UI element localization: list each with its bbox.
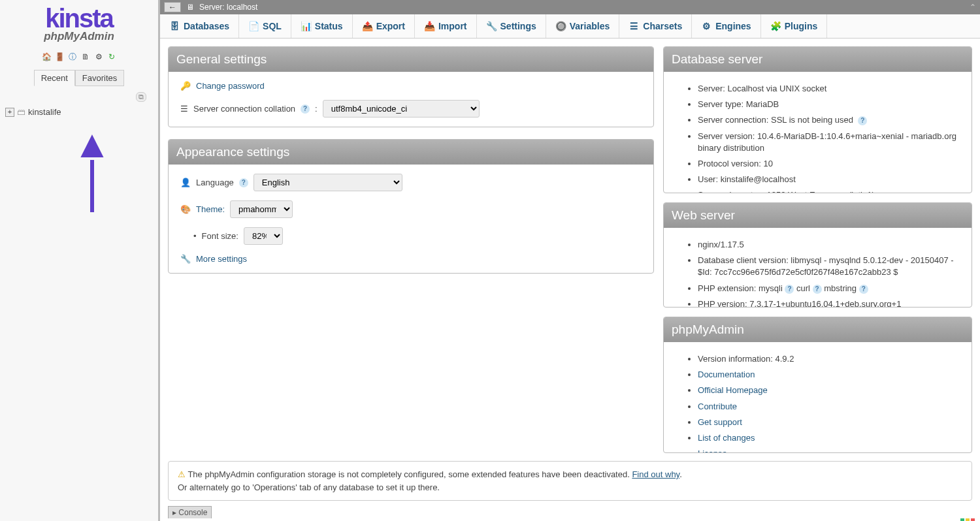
sidebar: kinsta phpMyAdmin 🏠 🚪 ⓘ 🗎 ⚙ ↻ Recent Fav… <box>0 0 160 521</box>
panel-title: General settings <box>169 47 653 72</box>
help-icon[interactable]: ? <box>239 178 248 187</box>
theme-select[interactable]: pmahomme <box>230 200 293 218</box>
info-item: Version information: 4.9.2 <box>698 351 960 367</box>
tab-plugins[interactable]: 🧩Plugins <box>761 14 828 38</box>
sql-tab-icon: 📄 <box>248 21 259 31</box>
settings-icon[interactable]: ⚙ <box>93 52 104 62</box>
panel-title: Appearance settings <box>169 140 653 165</box>
engines-icon: ⚙ <box>701 21 711 31</box>
variables-icon: 🔘 <box>555 21 566 31</box>
collation-select[interactable]: utf8mb4_unicode_ci <box>323 100 480 118</box>
settings-tab-icon: 🔧 <box>486 21 497 31</box>
pma-link-contribute[interactable]: Contribute <box>698 402 737 411</box>
tab-engines[interactable]: ⚙Engines <box>692 14 760 38</box>
tab-charsets[interactable]: ☰Charsets <box>619 14 692 38</box>
theme-icon: 🎨 <box>180 204 191 214</box>
info-item: PHP extension: mysqli ? curl ? mbstring … <box>698 281 960 296</box>
sidebar-link-band: ⧉ <box>0 89 158 102</box>
list-item: List of changes <box>698 430 960 446</box>
panel-database-server: Database server Server: Localhost via UN… <box>663 46 972 193</box>
logo-sub: phpMyAdmin <box>44 30 114 43</box>
top-tabs: 🗄Databases 📄SQL 📊Status 📤Export 📥Import … <box>160 14 980 39</box>
info-item: nginx/1.17.5 <box>698 237 960 253</box>
change-password-link[interactable]: Change password <box>196 81 265 91</box>
language-icon: 👤 <box>180 178 191 187</box>
collapse-icon[interactable]: ⌃ <box>970 3 976 12</box>
help-icon[interactable]: ? <box>858 116 867 125</box>
language-select[interactable]: English <box>253 174 402 191</box>
info-item: User: kinstalife@localhost <box>698 172 960 187</box>
info-item: Server: Localhost via UNIX socket <box>698 81 960 97</box>
reload-icon[interactable]: ↻ <box>106 52 117 62</box>
sql-icon[interactable]: 🗎 <box>80 52 91 62</box>
panel-title: Web server <box>664 203 972 228</box>
tab-recent[interactable]: Recent <box>34 70 75 86</box>
theme-link[interactable]: Theme: <box>196 204 225 214</box>
info-item: Server connection: SSL is not being used… <box>698 112 960 128</box>
breadcrumb: Server: localhost <box>199 3 257 12</box>
pma-link-homepage[interactable]: Official Homepage <box>698 385 768 395</box>
panel-appearance-settings: Appearance settings 👤 Language ? English… <box>168 139 654 274</box>
bottom-stripe <box>160 518 980 521</box>
pma-link-support[interactable]: Get support <box>698 417 742 427</box>
help-icon[interactable]: ? <box>301 104 310 114</box>
fontsize-label: Font size: <box>202 231 238 241</box>
footer-text1: The phpMyAdmin configuration storage is … <box>188 469 632 479</box>
export-icon: 📤 <box>362 21 372 31</box>
info-item: PHP version: 7.3.17-1+ubuntu16.04.1+deb.… <box>698 296 960 308</box>
logo: kinsta phpMyAdmin <box>44 3 114 46</box>
link-icon[interactable]: ⧉ <box>136 92 146 102</box>
panel-phpmyadmin: phpMyAdmin Version information: 4.9.2 Do… <box>663 317 972 453</box>
back-button[interactable]: ← <box>164 2 181 12</box>
annotation-arrow: ▲ <box>73 122 111 212</box>
info-item: Server type: MariaDB <box>698 97 960 112</box>
wrench-icon: 🔧 <box>180 254 191 264</box>
info-item: Server charset: cp1252 West European (la… <box>698 187 960 193</box>
warning-icon: ⚠ <box>178 469 186 479</box>
expand-icon[interactable]: + <box>5 108 14 117</box>
tab-variables[interactable]: 🔘Variables <box>546 14 620 38</box>
panel-web-server: Web server nginx/1.17.5 Database client … <box>663 202 972 308</box>
tab-favorites[interactable]: Favorites <box>75 70 124 86</box>
fontsize-select[interactable]: 82% <box>244 227 283 245</box>
list-item: Documentation <box>698 367 960 383</box>
info-item: Protocol version: 10 <box>698 156 960 172</box>
tab-export[interactable]: 📤Export <box>353 14 415 38</box>
charsets-icon: ☰ <box>629 21 639 31</box>
pma-link-license[interactable]: License <box>698 449 727 453</box>
tab-status[interactable]: 📊Status <box>291 14 353 38</box>
content: General settings 🔑 Change password ☰ Ser… <box>160 39 980 461</box>
list-item: Get support <box>698 415 960 430</box>
main: ← 🖥 Server: localhost ⌃ 🗄Databases 📄SQL … <box>160 0 980 521</box>
topbar: ← 🖥 Server: localhost ⌃ <box>160 0 980 14</box>
pma-link-documentation[interactable]: Documentation <box>698 370 755 379</box>
pma-link-changes[interactable]: List of changes <box>698 433 755 443</box>
help-icon[interactable]: ? <box>859 285 868 294</box>
help-icon[interactable]: ? <box>813 285 822 294</box>
docs-icon[interactable]: ⓘ <box>67 52 78 62</box>
exit-icon[interactable]: 🚪 <box>54 52 65 62</box>
help-icon[interactable]: ? <box>785 285 794 294</box>
info-item: Server version: 10.4.6-MariaDB-1:10.4.6+… <box>698 129 960 156</box>
db-item-kinstalife[interactable]: + 🗃 kinstalife <box>3 106 155 118</box>
find-out-why-link[interactable]: Find out why <box>632 469 679 479</box>
sidebar-tabs: Recent Favorites <box>34 70 125 86</box>
tab-import[interactable]: 📥Import <box>415 14 477 38</box>
tab-settings[interactable]: 🔧Settings <box>477 14 546 38</box>
info-item: Database client version: libmysql - mysq… <box>698 253 960 280</box>
import-icon: 📥 <box>424 21 434 31</box>
db-name: kinstalife <box>28 107 61 117</box>
more-settings-link[interactable]: More settings <box>196 254 247 264</box>
db-icon: 🗃 <box>17 107 25 117</box>
tab-databases[interactable]: 🗄Databases <box>160 14 239 38</box>
home-icon[interactable]: 🏠 <box>41 52 52 62</box>
collation-label: Server connection collation <box>193 104 295 114</box>
tab-sql[interactable]: 📄SQL <box>239 14 291 38</box>
db-tree: + 🗃 kinstalife <box>0 102 158 122</box>
footer-text2: Or alternately go to 'Operations' tab of… <box>178 482 440 492</box>
logo-main: kinsta <box>44 7 114 30</box>
list-item: Contribute <box>698 399 960 415</box>
list-item: Official Homepage <box>698 383 960 398</box>
server-icon: 🖥 <box>186 3 194 12</box>
console-toggle[interactable]: Console <box>168 506 212 518</box>
